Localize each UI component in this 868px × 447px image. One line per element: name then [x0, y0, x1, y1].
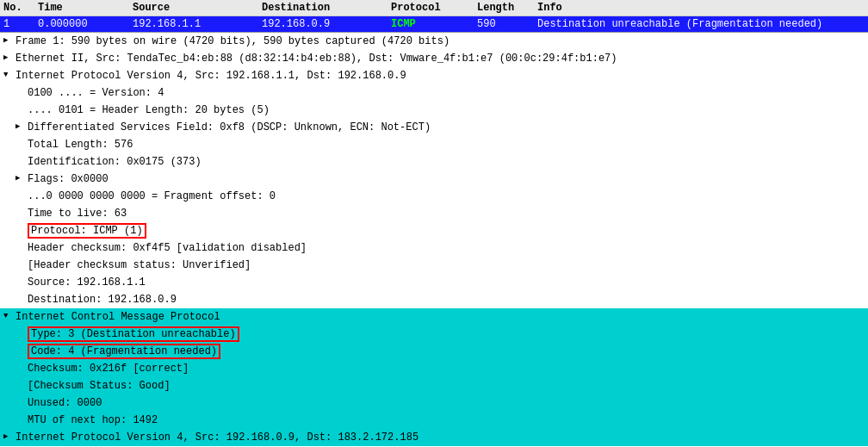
col-header-no: No.: [3, 2, 38, 14]
detail-row-ipv4-flags[interactable]: ▶Flags: 0x0000: [0, 171, 868, 188]
detail-row-ethernet[interactable]: ▶Ethernet II, Src: TendaTec_b4:eb:88 (d8…: [0, 50, 868, 67]
detail-row-ipv4-proto[interactable]: Protocol: ICMP (1): [0, 222, 868, 239]
expand-arrow-ipv4-dst: [16, 292, 28, 294]
detail-text-ipv4-proto: Protocol: ICMP (1): [28, 223, 865, 239]
detail-text-ipv4-version: 0100 .... = Version: 4: [28, 85, 865, 101]
col-header-time: Time: [38, 2, 133, 14]
expand-arrow-ipv4-flags[interactable]: ▶: [16, 171, 28, 185]
detail-text-ethernet: Ethernet II, Src: TendaTec_b4:eb:88 (d8:…: [16, 51, 865, 66]
detail-row-ipv4-ttl[interactable]: Time to live: 63: [0, 205, 868, 222]
expand-arrow-icmp-checksum: [16, 361, 28, 363]
expand-arrow-ipv4-proto: [16, 223, 28, 225]
packet-length: 590: [477, 18, 537, 30]
detail-row-ipv4-checksum[interactable]: Header checksum: 0xf4f5 [validation disa…: [0, 239, 868, 257]
expand-arrow-ipv4-frag-offset: [16, 189, 28, 190]
detail-text-icmp-mtu: MTU of next hop: 1492: [28, 413, 865, 428]
detail-row-ipv4-inner[interactable]: ▶Internet Protocol Version 4, Src: 192.1…: [0, 429, 868, 446]
expand-arrow-ipv4-checksum: [16, 240, 28, 242]
expand-arrow-ipv4-hdr-len: [16, 102, 28, 104]
detail-row-icmp-code[interactable]: Code: 4 (Fragmentation needed): [0, 343, 868, 360]
detail-text-ipv4-ttl: Time to live: 63: [28, 206, 865, 221]
detail-text-icmp-checksum-status: [Checksum Status: Good]: [28, 378, 865, 394]
detail-row-ipv4-hdr-len[interactable]: .... 0101 = Header Length: 20 bytes (5): [0, 102, 868, 119]
expand-arrow-frame[interactable]: ▶: [3, 34, 16, 47]
col-header-protocol: Protocol: [391, 2, 477, 14]
packet-row[interactable]: 1 0.000000 192.168.1.1 192.168.0.9 ICMP …: [0, 16, 868, 32]
detail-row-ipv4-checksum-status[interactable]: [Header checksum status: Unverified]: [0, 257, 868, 274]
expand-arrow-icmp-code: [16, 344, 28, 345]
expand-arrow-ipv4-id: [16, 154, 28, 156]
packet-source: 192.168.1.1: [133, 18, 262, 30]
detail-row-ipv4-frag-offset[interactable]: ...0 0000 0000 0000 = Fragment offset: 0: [0, 188, 868, 205]
packet-list-header: No. Time Source Destination Protocol Len…: [0, 0, 868, 16]
detail-row-ipv4-version[interactable]: 0100 .... = Version: 4: [0, 84, 868, 102]
expand-arrow-icmp-checksum-status: [16, 378, 28, 380]
expand-arrow-icmp-mtu: [16, 413, 28, 414]
detail-row-ipv4-src[interactable]: Source: 192.168.1.1: [0, 274, 868, 291]
detail-text-ipv4-id: Identification: 0x0175 (373): [28, 154, 865, 170]
expand-arrow-ethernet[interactable]: ▶: [3, 51, 16, 65]
detail-text-ipv4-flags: Flags: 0x0000: [28, 171, 865, 187]
detail-text-ipv4-src: Source: 192.168.1.1: [28, 275, 865, 290]
detail-row-icmp-checksum-status[interactable]: [Checksum Status: Good]: [0, 377, 868, 394]
detail-text-icmp-checksum: Checksum: 0x216f [correct]: [28, 361, 865, 376]
detail-text-ipv4-checksum: Header checksum: 0xf4f5 [validation disa…: [28, 240, 865, 256]
expand-arrow-ipv4-dsfield[interactable]: ▶: [16, 120, 28, 133]
expand-arrow-ipv4-version: [16, 85, 28, 87]
detail-row-ipv4-dst[interactable]: Destination: 192.168.0.9: [0, 291, 868, 308]
expand-arrow-ipv4-checksum-status: [16, 258, 28, 259]
detail-text-frame: Frame 1: 590 bytes on wire (4720 bits), …: [16, 34, 865, 49]
detail-text-ipv4-total-len: Total Length: 576: [28, 137, 865, 152]
col-header-length: Length: [477, 2, 537, 14]
detail-row-icmp[interactable]: ▼Internet Control Message Protocol: [0, 308, 868, 326]
detail-text-ipv4: Internet Protocol Version 4, Src: 192.16…: [16, 68, 865, 84]
packet-protocol: ICMP: [391, 18, 477, 30]
detail-text-icmp: Internet Control Message Protocol: [16, 309, 865, 325]
packet-no: 1: [3, 18, 38, 30]
detail-row-frame[interactable]: ▶Frame 1: 590 bytes on wire (4720 bits),…: [0, 33, 868, 50]
packet-info: Destination unreachable (Fragmentation n…: [537, 18, 865, 30]
detail-row-ipv4-dsfield[interactable]: ▶Differentiated Services Field: 0xf8 (DS…: [0, 119, 868, 136]
detail-text-ipv4-hdr-len: .... 0101 = Header Length: 20 bytes (5): [28, 102, 865, 118]
detail-text-icmp-code: Code: 4 (Fragmentation needed): [28, 344, 865, 359]
detail-row-icmp-checksum[interactable]: Checksum: 0x216f [correct]: [0, 360, 868, 377]
detail-text-ipv4-dsfield: Differentiated Services Field: 0xf8 (DSC…: [28, 120, 865, 135]
detail-text-icmp-type: Type: 3 (Destination unreachable): [28, 326, 865, 342]
detail-row-icmp-unused[interactable]: Unused: 0000: [0, 394, 868, 412]
detail-panel: ▶Frame 1: 590 bytes on wire (4720 bits),…: [0, 33, 868, 447]
expand-arrow-icmp-unused: [16, 395, 28, 397]
expand-arrow-ipv4-total-len: [16, 137, 28, 139]
detail-row-ipv4[interactable]: ▼Internet Protocol Version 4, Src: 192.1…: [0, 67, 868, 84]
detail-row-ipv4-id[interactable]: Identification: 0x0175 (373): [0, 153, 868, 171]
packet-time: 0.000000: [38, 18, 133, 30]
detail-row-ipv4-total-len[interactable]: Total Length: 576: [0, 136, 868, 153]
expand-arrow-ipv4-inner[interactable]: ▶: [3, 430, 16, 444]
col-header-destination: Destination: [262, 2, 391, 14]
expand-arrow-ipv4[interactable]: ▼: [3, 68, 16, 82]
detail-text-ipv4-checksum-status: [Header checksum status: Unverified]: [28, 258, 865, 273]
packet-destination: 192.168.0.9: [262, 18, 391, 30]
detail-text-ipv4-inner: Internet Protocol Version 4, Src: 192.16…: [16, 430, 865, 445]
expand-arrow-ipv4-src: [16, 275, 28, 276]
detail-row-icmp-type[interactable]: Type: 3 (Destination unreachable): [0, 326, 868, 343]
detail-text-ipv4-dst: Destination: 192.168.0.9: [28, 292, 865, 307]
expand-arrow-ipv4-ttl: [16, 206, 28, 208]
detail-text-icmp-unused: Unused: 0000: [28, 395, 865, 411]
expand-arrow-icmp[interactable]: ▼: [3, 309, 16, 323]
detail-row-icmp-mtu[interactable]: MTU of next hop: 1492: [0, 412, 868, 429]
expand-arrow-icmp-type: [16, 326, 28, 328]
detail-text-ipv4-frag-offset: ...0 0000 0000 0000 = Fragment offset: 0: [28, 189, 865, 204]
col-header-source: Source: [133, 2, 262, 14]
col-header-info: Info: [537, 2, 865, 14]
